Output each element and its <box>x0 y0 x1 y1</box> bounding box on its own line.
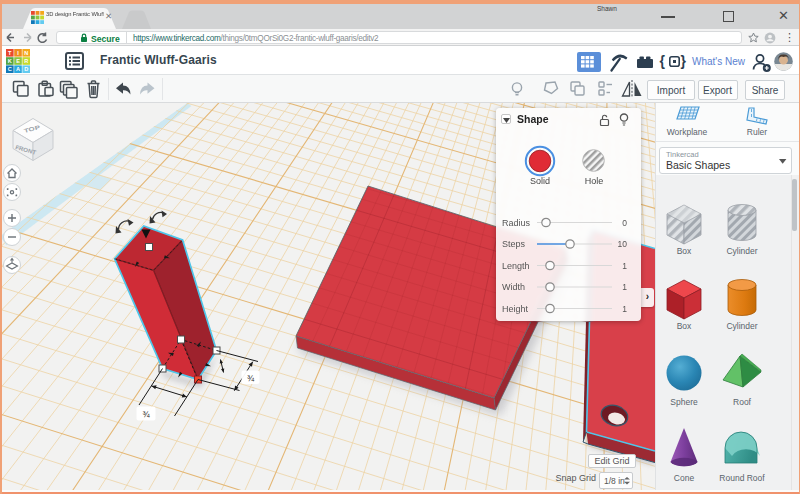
svg-text:D: D <box>24 66 28 72</box>
svg-text:Sphere: Sphere <box>670 397 698 407</box>
svg-text:E: E <box>16 58 20 64</box>
svg-text:¾: ¾ <box>142 409 150 419</box>
svg-text:Width: Width <box>502 282 525 292</box>
svg-text:Cylinder: Cylinder <box>726 321 757 331</box>
svg-text:Cone: Cone <box>674 473 695 483</box>
svg-text:C: C <box>8 66 12 72</box>
svg-text:N: N <box>24 50 28 56</box>
svg-text:Round Roof: Round Roof <box>719 473 765 483</box>
svg-text:1: 1 <box>622 303 627 313</box>
svg-text:Radius: Radius <box>502 217 531 227</box>
svg-text:A: A <box>16 66 20 72</box>
svg-text:K: K <box>8 58 12 64</box>
svg-text:Box: Box <box>677 321 692 331</box>
svg-text:10: 10 <box>618 239 628 249</box>
svg-text:Roof: Roof <box>733 397 752 407</box>
svg-text:R: R <box>24 58 28 64</box>
svg-text:Cylinder: Cylinder <box>726 246 757 256</box>
svg-text:Box: Box <box>677 246 692 256</box>
svg-text:0: 0 <box>622 217 627 227</box>
svg-text:Height: Height <box>502 303 529 313</box>
svg-text:¾: ¾ <box>247 373 255 383</box>
svg-text:Steps: Steps <box>502 239 526 249</box>
svg-text:1: 1 <box>622 260 627 270</box>
svg-text:Length: Length <box>502 260 530 270</box>
svg-text:1: 1 <box>622 282 627 292</box>
svg-text:T: T <box>8 50 12 56</box>
